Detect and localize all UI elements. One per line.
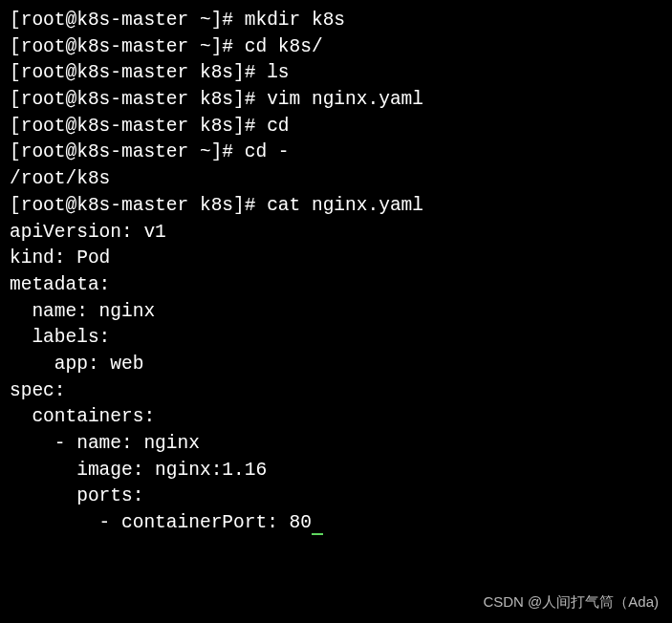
output-text: containers: — [10, 406, 155, 427]
shell-command: cd k8s/ — [245, 36, 323, 57]
terminal-output-line: labels: — [10, 325, 662, 352]
terminal-command-line: [root@k8s-master k8s]# vim nginx.yaml — [10, 87, 662, 114]
output-text: spec: — [10, 380, 66, 401]
terminal-command-line: [root@k8s-master ~]# mkdir k8s — [10, 8, 662, 34]
terminal-output-line: containers: — [10, 404, 662, 431]
shell-prompt: [root@k8s-master k8s]# — [10, 89, 267, 110]
shell-prompt: [root@k8s-master ~]# — [10, 10, 245, 31]
shell-prompt: [root@k8s-master k8s]# — [10, 195, 267, 216]
terminal-output-line: - name: nginx — [10, 431, 662, 458]
output-text: metadata: — [10, 274, 110, 295]
output-text: - name: nginx — [10, 433, 200, 454]
output-text: labels: — [10, 327, 110, 348]
shell-command: cd - — [245, 141, 290, 162]
terminal-output-line: apiVersion: v1 — [10, 220, 662, 247]
terminal-command-line: [root@k8s-master k8s]# ls — [10, 60, 662, 87]
terminal-output-line: kind: Pod — [10, 246, 662, 272]
shell-command: vim nginx.yaml — [267, 89, 423, 110]
shell-command: mkdir k8s — [245, 10, 345, 31]
terminal-output-line: name: nginx — [10, 299, 662, 326]
terminal-command-line: [root@k8s-master k8s]# cat nginx.yaml — [10, 193, 662, 220]
cursor-icon — [312, 512, 323, 535]
output-text: kind: Pod — [10, 247, 110, 269]
terminal-command-line: [root@k8s-master ~]# cd k8s/ — [10, 34, 662, 61]
terminal-output-line: app: web — [10, 352, 662, 378]
output-text: apiVersion: v1 — [10, 222, 166, 243]
shell-command: cat nginx.yaml — [267, 195, 423, 216]
watermark-text: CSDN @人间打气筒（Ada) — [483, 591, 659, 612]
terminal-command-line: [root@k8s-master k8s]# cd — [10, 114, 662, 140]
output-text: app: web — [10, 354, 143, 375]
terminal-output[interactable]: [root@k8s-master ~]# mkdir k8s[root@k8s-… — [10, 8, 662, 537]
terminal-output-line: - containerPort: 80 — [10, 510, 662, 537]
terminal-output-line: ports: — [10, 483, 662, 510]
shell-prompt: [root@k8s-master k8s]# — [10, 116, 267, 137]
terminal-output-line: image: nginx:1.16 — [10, 458, 662, 484]
shell-prompt: [root@k8s-master ~]# — [10, 36, 245, 57]
output-text: /root/k8s — [10, 168, 110, 189]
shell-command: cd — [267, 116, 289, 137]
shell-command: ls — [267, 62, 289, 83]
terminal-output-line: metadata: — [10, 272, 662, 299]
output-text: ports: — [10, 485, 143, 506]
output-text: name: nginx — [10, 301, 155, 322]
output-text: - containerPort: 80 — [10, 512, 312, 533]
terminal-output-line: /root/k8s — [10, 166, 662, 193]
terminal-output-line: spec: — [10, 378, 662, 405]
shell-prompt: [root@k8s-master k8s]# — [10, 62, 267, 83]
output-text: image: nginx:1.16 — [10, 460, 267, 481]
shell-prompt: [root@k8s-master ~]# — [10, 141, 245, 162]
terminal-command-line: [root@k8s-master ~]# cd - — [10, 140, 662, 166]
